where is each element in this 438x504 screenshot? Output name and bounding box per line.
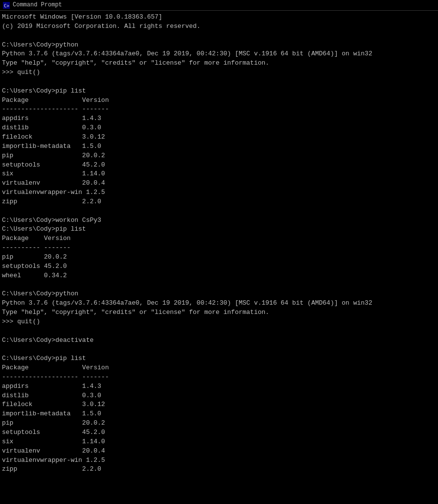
terminal-line: ---------- ------- [2,243,436,253]
svg-text:C>: C> [4,3,9,8]
terminal-line: Package Version [2,96,436,105]
title-bar-text: Command Prompt [13,1,62,9]
terminal-line [2,327,436,336]
terminal-line: C:\Users\Cody>deactivate [2,336,436,345]
terminal-line: C:\Users\Cody>python [2,289,436,299]
terminal-line [2,77,436,87]
terminal-line: virtualenv 20.0.4 [2,179,436,188]
terminal-line [2,31,436,41]
terminal-line: zipp 2.2.0 [2,197,436,207]
terminal-line: filelock 3.0.12 [2,400,436,409]
terminal-line: (c) 2019 Microsoft Corporation. All righ… [2,22,436,31]
terminal-line [2,345,436,354]
terminal-line: pip 20.0.2 [2,419,436,428]
terminal-line [2,280,436,289]
terminal-line: virtualenvwrapper-win 1.2.5 [2,456,436,465]
terminal-line: Python 3.7.6 (tags/v3.7.6:43364a7ae0, De… [2,49,436,59]
terminal-line: importlib-metadata 1.5.0 [2,409,436,419]
terminal-line: C:\Users\Cody>workon CsPy3 [2,216,436,225]
terminal-line: pip 20.0.2 [2,253,436,262]
terminal-line: six 1.14.0 [2,169,436,179]
terminal-line: setuptools 45.2.0 [2,161,436,170]
terminal-line: Package Version [2,363,436,373]
terminal-line: C:\Users\Cody>python [2,41,436,50]
terminal-line: Type "help", "copyright", "credits" or "… [2,59,436,68]
terminal-line: Package Version [2,234,436,243]
terminal-line: C:\Users\Cody>pip list [2,225,436,234]
title-bar: C> Command Prompt [0,0,438,11]
terminal-line: virtualenvwrapper-win 1.2.5 [2,188,436,197]
terminal-line: C:\Users\Cody>pip list [2,87,436,96]
terminal-line: -------------------- ------- [2,105,436,114]
terminal-line: zipp 2.2.0 [2,465,436,474]
terminal-line: appdirs 1.4.3 [2,382,436,391]
terminal-line: pip 20.0.2 [2,151,436,161]
terminal-line: filelock 3.0.12 [2,133,436,142]
terminal-line: C:\Users\Cody>pip list [2,354,436,363]
terminal-line: setuptools 45.2.0 [2,428,436,437]
terminal-line: Python 3.7.6 (tags/v3.7.6:43364a7ae0, De… [2,299,436,308]
terminal-line: distlib 0.3.0 [2,391,436,401]
terminal-line [2,207,436,216]
terminal-line: >>> quit() [2,68,436,77]
terminal-line: Type "help", "copyright", "credits" or "… [2,308,436,317]
terminal-line: six 1.14.0 [2,437,436,447]
cmd-icon: C> [3,2,10,9]
terminal-line: >>> quit() [2,317,436,327]
terminal-line: Microsoft Windows [Version 10.0.18363.65… [2,13,436,22]
terminal-line: -------------------- ------- [2,373,436,382]
terminal-line: wheel 0.34.2 [2,271,436,281]
terminal-line: importlib-metadata 1.5.0 [2,142,436,151]
terminal-line: appdirs 1.4.3 [2,114,436,123]
terminal-line: setuptools 45.2.0 [2,262,436,271]
terminal[interactable]: Microsoft Windows [Version 10.0.18363.65… [0,11,438,476]
terminal-line: distlib 0.3.0 [2,123,436,133]
terminal-line: virtualenv 20.0.4 [2,447,436,456]
